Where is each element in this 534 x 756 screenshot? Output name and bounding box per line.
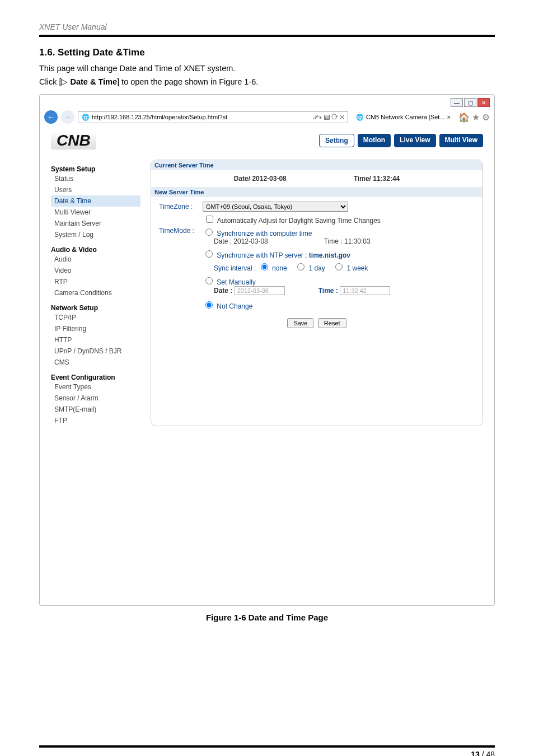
opt-not-change: Not Change [203,300,390,310]
panel-buttons: Save Reset [159,318,475,328]
sync-1week-label: 1 week [347,264,368,272]
browser-tab[interactable]: 🌐 CNB Network Camera [Set... × [352,112,455,123]
sidebar-item-event-types[interactable]: Event Types [51,381,140,393]
sidebar-item-smtp[interactable]: SMTP(E-mail) [51,404,140,415]
doc-header: XNET User Manual [39,22,495,31]
radio-sync-computer[interactable] [205,228,213,236]
intro-2-pre: Click [▷ [39,77,71,86]
app-header: CNB Setting Motion Live View Multi View [51,132,483,150]
sidebar-item-ftp[interactable]: FTP [51,415,140,426]
window-controls: — ▢ ✕ [451,98,490,107]
app-logo: CNB [51,132,96,150]
manual-date-group: Date : [214,286,285,295]
sidebar-item-status[interactable]: Status [51,173,140,184]
radio-not-change[interactable] [205,301,213,309]
sync-interval-label: Sync interval : [214,264,256,272]
save-button[interactable]: Save [287,318,313,328]
minimize-button[interactable]: — [451,98,463,107]
sidebar-item-multi-viewer[interactable]: Multi Viewer [51,207,140,218]
browser-toolbar: ← → 🌐 http://192.168.123.25/html/operato… [40,95,494,127]
toolbar-right-icons: 🏠 ★ ⚙ [458,112,490,123]
tab-motion[interactable]: Motion [358,134,391,147]
back-button[interactable]: ← [44,110,58,124]
bottom-rule [39,745,495,748]
sync-none-label: none [272,264,287,272]
radio-sync-1day[interactable] [297,263,305,270]
screenshot-window: — ▢ ✕ ← → 🌐 http://192.168.123.25/html/o… [39,94,495,606]
address-bar[interactable]: 🌐 http://192.168.123.25/html/operator/Se… [78,111,348,123]
opt-manual: Set Manually [203,276,390,286]
timemode-options: Synchronize with computer time Date : 20… [203,227,390,310]
intro-2-post: ] to open the page shown in Figure 1-6. [117,77,258,86]
sidebar-item-upnp[interactable]: UPnP / DynDNS / BJR [51,346,140,357]
sidebar-item-users[interactable]: Users [51,184,140,195]
new-server-time-header: New Server Time [151,187,483,197]
computer-time-row: Date : 2012-03-08 Time : 11:30:03 [214,237,390,245]
ie-icon: 🌐 [82,114,90,121]
tab-multi-view[interactable]: Multi View [439,134,483,147]
radio-sync-1week[interactable] [335,263,343,270]
dst-row: Automatically Adjust for Daylight Saving… [204,214,475,225]
page-number: 13 / 48 [39,750,495,756]
sidebar-item-rtp[interactable]: RTP [51,276,140,287]
sidebar-group-event: Event Configuration [51,374,140,381]
manual-time-label: Time : [318,287,338,295]
dst-checkbox[interactable] [206,216,213,223]
opt-not-change-label: Not Change [217,302,252,310]
sidebar-item-audio[interactable]: Audio [51,254,140,265]
opt-sync-ntp: Synchronize with NTP server : time.nist.… [203,249,390,259]
maximize-button[interactable]: ▢ [464,98,476,107]
sidebar-item-tcpip[interactable]: TCP/IP [51,312,140,323]
manual-date-input[interactable] [235,286,285,295]
tab-favicon: 🌐 [356,114,364,121]
reset-button[interactable]: Reset [318,318,346,328]
timezone-select[interactable]: GMT+09 (Seoul, Osaka, Tokyo) [203,202,348,212]
manual-row: Date : Time : [214,286,390,295]
app-content: CNB Setting Motion Live View Multi View … [40,127,494,605]
sidebar-group-network: Network Setup [51,304,140,312]
sidebar-group-av: Audio & Video [51,246,140,254]
opt-sync-computer-label: Synchronize with computer time [217,230,312,237]
computer-date: Date : 2012-03-08 [214,237,268,245]
radio-sync-none[interactable] [261,263,268,270]
forward-button[interactable]: → [61,110,74,124]
ntp-server: time.nist.gov [309,251,350,259]
sidebar-item-sensor-alarm[interactable]: Sensor / Alarm [51,393,140,404]
sidebar-item-video[interactable]: Video [51,265,140,276]
sidebar-item-maintain-server[interactable]: Maintain Server [51,218,140,229]
sidebar-item-system-log[interactable]: System / Log [51,229,140,240]
timemode-row: TimeMode : Synchronize with computer tim… [159,227,475,310]
home-icon[interactable]: 🏠 [458,112,470,123]
sidebar-item-cms[interactable]: CMS [51,357,140,368]
opt-sync-computer: Synchronize with computer time [203,227,390,237]
top-rule [39,35,495,37]
tab-close-icon[interactable]: × [447,114,451,120]
main-columns: System Setup Status Users Date & Time Mu… [51,160,483,426]
tab-live-view[interactable]: Live View [394,134,435,147]
timezone-row: TimeZone : GMT+09 (Seoul, Osaka, Tokyo) [159,202,475,212]
manual-date-label: Date : [214,287,232,295]
current-server-time-header: Current Server Time [151,160,483,170]
sidebar-item-ip-filtering[interactable]: IP Filtering [51,323,140,334]
tab-setting[interactable]: Setting [319,134,354,147]
close-button[interactable]: ✕ [477,98,490,107]
sidebar-item-camera-conditions[interactable]: Camera Conditions [51,287,140,298]
sidebar-item-date-time[interactable]: Date & Time [51,195,140,207]
manual-time-group: Time : [318,286,390,295]
opt-manual-label: Set Manually [217,278,255,286]
radio-sync-ntp[interactable] [205,250,213,258]
intro-2: Click [▷ Date & Time] to open the page s… [39,77,495,86]
sidebar-item-http[interactable]: HTTP [51,334,140,346]
sidebar-group-system: System Setup [51,165,140,173]
url-text: http://192.168.123.25/html/operator/Setu… [92,114,227,120]
sidebar: System Setup Status Users Date & Time Mu… [51,160,140,426]
settings-panel: Current Server Time Date/ 2012-03-08 Tim… [151,160,483,426]
favorite-icon[interactable]: ★ [472,112,480,123]
manual-time-input[interactable] [340,286,390,295]
screenshot-empty-space [51,426,483,583]
sync-1day-label: 1 day [308,264,325,272]
tools-icon[interactable]: ⚙ [482,112,490,123]
cst-time: Time/ 11:32:44 [354,175,400,183]
sync-interval-row: Sync interval : none 1 day 1 week [214,262,390,272]
radio-set-manually[interactable] [205,277,213,284]
